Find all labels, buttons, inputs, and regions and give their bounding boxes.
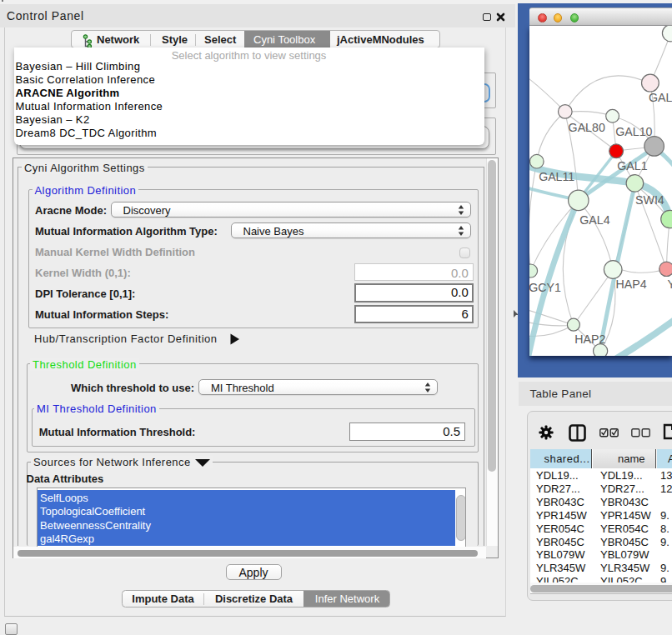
- svg-text:Y: Y: [667, 277, 672, 290]
- svg-text:GAL10: GAL10: [615, 124, 652, 138]
- svg-text:GAL4: GAL4: [579, 212, 609, 226]
- svg-text:GAL7: GAL7: [649, 90, 672, 103]
- svg-text:GAL11: GAL11: [539, 170, 574, 183]
- svg-text:GCY1: GCY1: [529, 281, 561, 294]
- svg-text:GAL1: GAL1: [617, 158, 647, 172]
- svg-text:GAL80: GAL80: [568, 120, 604, 133]
- svg-text:HAP4: HAP4: [615, 277, 646, 290]
- svg-text:SWI4: SWI4: [635, 192, 664, 206]
- svg-text:HAP2: HAP2: [574, 332, 605, 346]
